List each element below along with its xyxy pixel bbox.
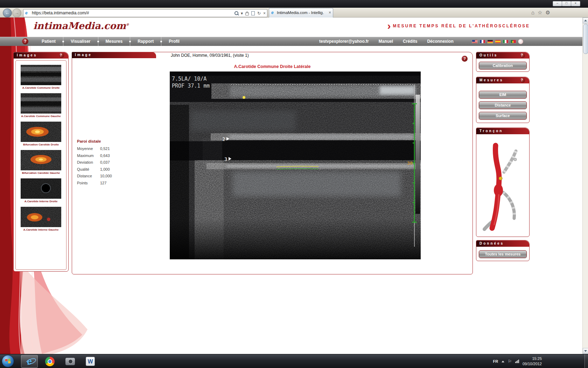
flag-es-icon[interactable] bbox=[495, 40, 501, 43]
thumbnail-carotide-interne-gauche[interactable]: A.Carotide Interne Gauche bbox=[21, 207, 61, 231]
measures-panel-title: Mesures bbox=[479, 78, 504, 82]
flag-fr-icon[interactable] bbox=[479, 40, 485, 43]
flag-it-icon[interactable] bbox=[503, 40, 509, 43]
eim-button[interactable]: EIM bbox=[479, 91, 527, 98]
data-panel-title: Données bbox=[479, 241, 504, 245]
back-button[interactable]: ← bbox=[3, 8, 12, 18]
taskbar-clock[interactable]: 15:25 09/10/2012 bbox=[523, 356, 542, 367]
flag-pt-icon[interactable] bbox=[510, 40, 516, 43]
carotid-artery-diagram[interactable] bbox=[480, 137, 526, 235]
system-tray: FR ⚐ 15:25 09/10/2012 bbox=[493, 354, 542, 368]
site-logo-text: intimaMedia.com bbox=[33, 20, 126, 31]
depth-setting-text: PROF 37.1 mm bbox=[172, 83, 210, 89]
thumbnail-caption: Bifurcation Carotide Droite bbox=[21, 143, 61, 146]
measurement-row: Moyenne0,521 bbox=[77, 146, 126, 154]
window-maximize-button[interactable]: □ bbox=[562, 1, 571, 6]
nav-item-profil[interactable]: Profil bbox=[161, 37, 187, 46]
search-icon[interactable] bbox=[234, 11, 238, 15]
browser-tab[interactable]: e IntimaMedia.com - Intellig... × bbox=[269, 8, 333, 18]
scroll-down-button[interactable] bbox=[583, 348, 588, 354]
scrollbar-thumb[interactable] bbox=[583, 24, 588, 54]
browser-toolbar: ← → e https://beta.intimamedia.com/# ▾ ↻… bbox=[0, 8, 588, 18]
images-help-icon[interactable]: ? bbox=[59, 53, 64, 58]
data-panel: Données Toutes les mesures bbox=[476, 240, 530, 261]
show-desktop-button[interactable] bbox=[584, 354, 588, 368]
surface-button[interactable]: Surface bbox=[479, 112, 527, 120]
site-logo[interactable]: intimaMedia.com® bbox=[33, 20, 129, 31]
taskbar-word-button[interactable]: W bbox=[82, 355, 99, 368]
calibration-button[interactable]: Calibration bbox=[479, 62, 527, 69]
nav-link-credits[interactable]: Crédits bbox=[403, 39, 417, 44]
image-help-icon[interactable]: ? bbox=[462, 56, 468, 62]
marker-3-label: 3 bbox=[224, 156, 227, 162]
measures-help-icon[interactable]: ? bbox=[520, 78, 525, 83]
favorites-star-icon[interactable]: ☆ bbox=[538, 9, 542, 16]
measurement-label: Maximum bbox=[77, 154, 94, 158]
nav-help-icon[interactable]: ? bbox=[22, 38, 28, 45]
ultrasound-title: A.Carotide Commune Droite Latérale bbox=[72, 64, 472, 69]
stop-icon[interactable]: × bbox=[263, 11, 266, 16]
web-page: intimaMedia.com® › MESURE TEMPS RÉEL DE … bbox=[0, 18, 582, 354]
taskbar-ie-button[interactable]: e bbox=[21, 355, 38, 368]
thumbnail-caption: Bifurcation Carotide Gauche bbox=[21, 171, 61, 175]
flag-extra-icon[interactable] bbox=[518, 39, 523, 44]
nav-item-visualiser[interactable]: Visualiser bbox=[63, 37, 98, 46]
measurements-title: Paroi distale bbox=[77, 139, 126, 143]
nav-link-deconnexion[interactable]: Déconnexion bbox=[427, 39, 453, 44]
measurement-label: Deviation bbox=[77, 160, 93, 164]
measurement-label: Points bbox=[77, 181, 88, 185]
tab-close-icon[interactable]: × bbox=[329, 10, 331, 15]
page-scrollbar[interactable] bbox=[582, 18, 588, 354]
thumbnail-carotide-commune-droite[interactable]: A.Carotide Commune Droite bbox=[21, 65, 61, 89]
flag-de-icon[interactable] bbox=[487, 40, 493, 43]
marker-2-label: 2 bbox=[222, 136, 225, 142]
hidden-icons-arrow-icon[interactable] bbox=[502, 361, 504, 362]
thumbnail-bifurcation-droite[interactable]: Bifurcation Carotide Droite bbox=[21, 122, 61, 146]
chrome-icon bbox=[45, 357, 55, 366]
refresh-icon[interactable]: ↻ bbox=[257, 11, 261, 16]
nav-item-patient[interactable]: Patient bbox=[34, 37, 63, 46]
measurement-value: 0,643 bbox=[100, 154, 110, 158]
action-center-flag-icon[interactable]: ⚐ bbox=[508, 359, 512, 364]
forward-button[interactable]: → bbox=[12, 8, 21, 18]
nav-link-manuel[interactable]: Manuel bbox=[379, 39, 393, 44]
address-bar[interactable]: e https://beta.intimamedia.com/# ▾ ↻ × bbox=[23, 9, 267, 17]
clock-date: 09/10/2012 bbox=[523, 361, 542, 367]
language-indicator[interactable]: FR bbox=[493, 359, 498, 363]
compatibility-view-icon[interactable] bbox=[251, 11, 255, 15]
distance-button[interactable]: Distance bbox=[479, 101, 527, 109]
measurements-block: Paroi distale Moyenne0,521 Maximum0,643 … bbox=[74, 139, 126, 188]
window-close-button[interactable]: × bbox=[571, 1, 580, 6]
taskbar-chrome-button[interactable] bbox=[41, 355, 58, 368]
main-navbar: ? Patient Visualiser Mesures Rapport Pro… bbox=[0, 37, 582, 46]
depth-scale-label: 30 bbox=[407, 161, 413, 166]
ultrasound-image[interactable]: 30 7.5LA/ 10/A PROF 37.1 mm 2 3 bbox=[170, 71, 421, 259]
user-email: testvpexplorer@yahoo.fr bbox=[319, 39, 369, 44]
measurement-value: 0,037 bbox=[100, 160, 110, 164]
window-minimize-button[interactable]: – bbox=[553, 1, 562, 6]
windows-flag-icon bbox=[5, 359, 11, 364]
measurement-value: 0,521 bbox=[100, 146, 110, 151]
tools-help-icon[interactable]: ? bbox=[520, 53, 525, 58]
measurement-value: 1,000 bbox=[100, 167, 110, 171]
address-dropdown-caret-icon[interactable]: ▾ bbox=[241, 11, 243, 16]
window-titlebar: – □ × bbox=[0, 0, 588, 8]
url-text[interactable]: https://beta.intimamedia.com/# bbox=[32, 11, 89, 15]
settings-gear-icon[interactable]: ⚙ bbox=[546, 9, 550, 16]
network-icon[interactable] bbox=[515, 360, 519, 363]
thumbnail-bifurcation-gauche[interactable]: Bifurcation Carotide Gauche bbox=[21, 150, 61, 175]
thumbnail-image bbox=[21, 150, 61, 170]
tools-panel-header: Outils ? bbox=[476, 52, 529, 59]
nav-item-rapport[interactable]: Rapport bbox=[130, 37, 161, 46]
flag-us-icon[interactable] bbox=[472, 40, 478, 43]
all-measures-button[interactable]: Toutes les mesures bbox=[479, 250, 527, 258]
thumbnail-carotide-commune-gauche[interactable]: A.Carotide Commune Gauche bbox=[21, 93, 61, 118]
nav-item-mesures[interactable]: Mesures bbox=[98, 37, 130, 46]
taskbar-capture-button[interactable] bbox=[62, 355, 78, 368]
image-panel-title: Image bbox=[75, 53, 92, 57]
measure-cursor-dot[interactable] bbox=[243, 96, 245, 99]
scroll-up-button[interactable] bbox=[583, 18, 588, 23]
start-button[interactable] bbox=[2, 355, 14, 367]
home-icon[interactable]: ⌂ bbox=[531, 9, 534, 16]
thumbnail-carotide-interne-droite[interactable]: A.Carotide Interne Droite bbox=[21, 178, 61, 203]
